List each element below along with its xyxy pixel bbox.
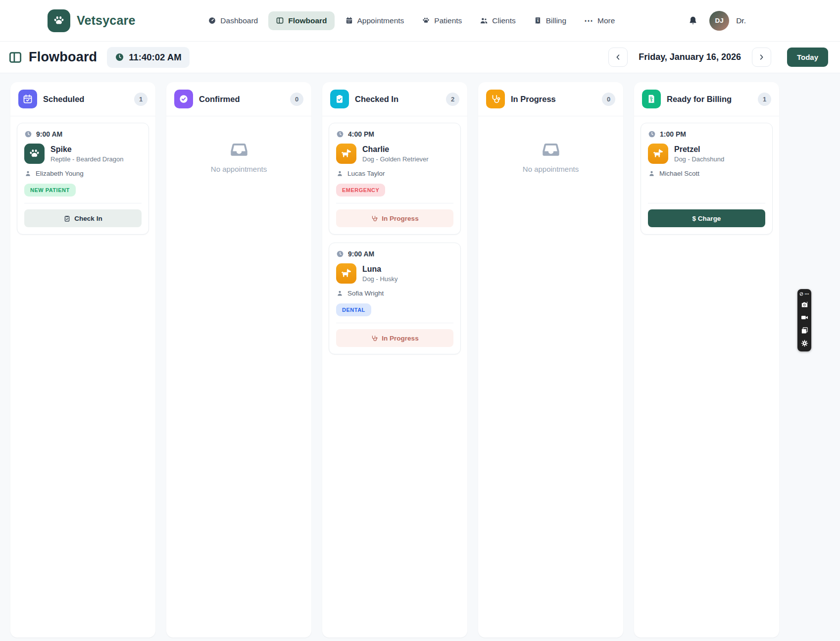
appointment-time: 4:00 PM (348, 130, 374, 138)
nav-label: Billing (546, 16, 566, 25)
client-name: Elizabeth Young (36, 170, 84, 177)
more-dots-icon: ⋯ (804, 293, 809, 295)
windows-capture-button[interactable] (800, 326, 809, 335)
column-body: No appointments (166, 116, 311, 180)
today-button[interactable]: Today (787, 48, 828, 67)
check-in-button[interactable]: Check In (24, 209, 142, 227)
pet-species: Dog - Husky (362, 275, 398, 283)
client-name: Michael Scott (659, 170, 699, 177)
divider (24, 203, 142, 203)
divider (336, 203, 453, 203)
prev-day-button[interactable] (608, 48, 628, 67)
column-body: 9:00 AM Spike Reptile - Bearded Dragon (10, 116, 155, 241)
inbox-tray-icon (228, 139, 250, 160)
action-label: $ Charge (692, 215, 721, 222)
column-ready-for-billing: $ Ready for Billing 1 1:00 PM (634, 82, 779, 638)
appointment-card-pretzel[interactable]: 1:00 PM (641, 123, 773, 235)
person-icon (336, 170, 344, 177)
camera-button[interactable] (800, 300, 809, 309)
video-camera-icon (800, 313, 809, 322)
appointment-card-charlie[interactable]: 4:00 PM (329, 123, 461, 235)
column-title: Confirmed (199, 95, 240, 104)
nav-item-patients[interactable]: Patients (414, 11, 469, 30)
stethoscope-icon (486, 90, 505, 108)
column-title: In Progress (511, 95, 556, 104)
clock-icon (115, 52, 124, 62)
gauge-icon (208, 16, 216, 25)
user-avatar[interactable]: DJ (709, 11, 729, 31)
bell-icon (688, 15, 698, 26)
nav-item-more[interactable]: ⋯ More (577, 11, 622, 30)
chevron-right-icon (757, 53, 766, 61)
nav-label: Flowboard (288, 16, 327, 25)
live-clock: 11:40:02 AM (107, 47, 189, 68)
appointment-card-luna[interactable]: 9:00 AM (329, 243, 461, 354)
chevron-left-icon (614, 53, 622, 61)
pet-species: Dog - Golden Retriever (362, 155, 429, 163)
nav-item-appointments[interactable]: Appointments (338, 11, 412, 30)
empty-state: No appointments (173, 139, 305, 173)
top-navbar: Vetsycare Dashboard Flowboard Appointmen… (0, 0, 840, 42)
client-name: Sofia Wright (347, 290, 384, 297)
divider (648, 203, 765, 203)
in-progress-button[interactable]: In Progress (336, 209, 453, 227)
next-day-button[interactable] (752, 48, 771, 67)
action-label: In Progress (382, 215, 418, 222)
pet-species: Reptile - Bearded Dragon (50, 155, 123, 163)
stethoscope-icon (371, 335, 378, 342)
column-count-badge: 2 (446, 93, 459, 106)
columns-icon (8, 50, 23, 65)
brand[interactable]: Vetsycare (48, 9, 136, 32)
appointment-card-spike[interactable]: 9:00 AM Spike Reptile - Bearded Dragon (17, 123, 149, 235)
person-icon (648, 170, 655, 177)
windows-stack-icon (800, 326, 809, 335)
column-confirmed: Confirmed 0 No appointments (166, 82, 311, 638)
empty-state-label: No appointments (523, 165, 579, 173)
column-header: Scheduled 1 (10, 82, 155, 116)
pet-species: Dog - Dachshund (674, 155, 724, 163)
column-count-badge: 0 (602, 93, 615, 106)
dog-icon (336, 144, 356, 164)
page-title: Flowboard (29, 49, 97, 65)
toolbar-header[interactable]: ⋯ (799, 292, 809, 296)
app-title: Vetsycare (77, 13, 136, 28)
clock-icon (648, 130, 656, 138)
nav-right-cluster: DJ Dr. (688, 11, 746, 31)
in-progress-button[interactable]: In Progress (336, 329, 453, 347)
divider (336, 323, 453, 323)
pet-name: Luna (362, 265, 398, 274)
column-body: 1:00 PM (634, 116, 779, 241)
settings-gear-icon (800, 339, 809, 347)
clock-icon (336, 130, 344, 138)
main-nav: Dashboard Flowboard Appointments (200, 11, 622, 30)
clock-icon (336, 250, 344, 258)
columns-icon (276, 16, 284, 25)
nav-item-flowboard[interactable]: Flowboard (268, 11, 334, 30)
dog-icon (648, 144, 668, 164)
video-record-button[interactable] (800, 313, 809, 322)
svg-text:$: $ (650, 99, 652, 102)
settings-button[interactable] (800, 339, 809, 347)
column-count-badge: 1 (758, 93, 771, 106)
charge-button[interactable]: $ Charge (648, 209, 765, 227)
notifications-button[interactable] (688, 15, 698, 26)
page-title-wrap: Flowboard (8, 49, 97, 65)
clock-icon (24, 130, 32, 138)
person-icon (336, 290, 344, 297)
nav-item-dashboard[interactable]: Dashboard (200, 11, 265, 30)
user-label: Dr. (736, 16, 746, 25)
nav-label: More (597, 16, 615, 25)
column-scheduled: Scheduled 1 9:00 AM (10, 82, 155, 638)
client-name: Lucas Taylor (347, 170, 385, 177)
column-title: Checked In (355, 95, 398, 104)
receipt-dollar-icon: $ (642, 90, 661, 108)
column-header: In Progress 0 (478, 82, 623, 116)
appointment-time: 1:00 PM (660, 130, 686, 138)
nav-label: Appointments (357, 16, 404, 25)
paw-icon (48, 9, 70, 32)
nav-item-billing[interactable]: $ Billing (526, 11, 574, 30)
nav-label: Clients (492, 16, 515, 25)
nav-item-clients[interactable]: Clients (472, 11, 523, 30)
nav-label: Patients (434, 16, 462, 25)
page-header: Flowboard 11:40:02 AM Friday, January 16… (0, 42, 840, 73)
